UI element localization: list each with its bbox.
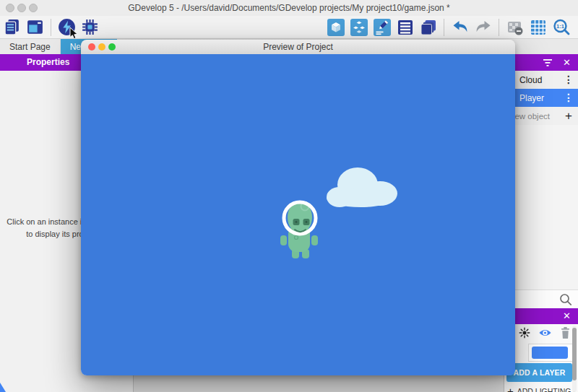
debugger-button[interactable] — [80, 17, 100, 37]
layer-name-field[interactable] — [528, 344, 574, 362]
edit-pencil-icon — [373, 18, 392, 37]
add-object-plus-icon[interactable]: + — [565, 107, 572, 125]
debug-chip-icon — [80, 17, 100, 37]
instances-list-icon — [396, 18, 415, 37]
lighting-toggle-icon[interactable] — [519, 327, 530, 339]
visibility-eye-icon[interactable] — [538, 328, 552, 338]
add-new-object-row[interactable]: new object + — [504, 107, 578, 125]
object-name: Cloud — [519, 75, 542, 85]
instances-list-button[interactable] — [395, 17, 415, 37]
add-lighting-label: ADD LIGHTING LAYER — [517, 387, 578, 392]
delete-layer-trash-icon[interactable] — [560, 326, 571, 339]
properties-panel-title: Properties — [0, 54, 69, 71]
layers-editor-button[interactable] — [418, 17, 438, 37]
toolbar-separator — [444, 19, 444, 36]
window-title: GDevelop 5 - /Users/david/Documents/GDev… — [0, 0, 578, 16]
layers-panel-close-icon[interactable]: ✕ — [563, 308, 571, 324]
preview-titlebar[interactable]: Preview of Project — [81, 40, 515, 55]
objects-list-empty-area — [504, 125, 578, 289]
add-layer-button[interactable]: ADD A LAYER — [506, 363, 572, 382]
project-manager-button[interactable] — [2, 17, 22, 37]
toggle-grid-button[interactable] — [528, 17, 548, 37]
preview-window-title: Preview of Project — [81, 40, 515, 54]
search-icon — [558, 292, 573, 307]
player-sprite — [280, 201, 318, 258]
zoom-1-1-icon: 1:1 — [552, 18, 571, 37]
undo-button[interactable] — [450, 17, 470, 37]
add-lighting-plus-icon: + — [507, 385, 514, 392]
svg-text:1:1: 1:1 — [556, 22, 564, 29]
preview-window: Preview of Project — [81, 40, 515, 375]
objects-panel-header: ✕ — [504, 54, 578, 71]
object-groups-icon — [350, 18, 368, 37]
object-row-cloud[interactable]: Cloud ⋮ — [504, 71, 578, 89]
redo-button[interactable] — [473, 17, 493, 37]
project-manager-icon — [2, 17, 22, 37]
layers-panel-header: ✕ — [504, 308, 578, 324]
object-menu-icon[interactable]: ⋮ — [564, 71, 574, 89]
render-mask-icon — [506, 18, 525, 37]
new-object-label: new object — [510, 112, 550, 121]
layers-panel: ✕ ADD A LAYER + ADD LIGHTING LAYE — [504, 308, 578, 392]
toolbar-separator — [499, 19, 499, 36]
layer-field-selection — [532, 347, 568, 359]
add-object-button[interactable] — [326, 17, 345, 37]
tab-start-page[interactable]: Start Page — [0, 39, 61, 55]
start-preview-button[interactable] — [57, 17, 77, 37]
layers-scrollbar-thumb[interactable] — [572, 328, 577, 380]
toggle-mask-button[interactable] — [505, 17, 525, 37]
edit-scene-button[interactable] — [372, 17, 392, 37]
object-row-player[interactable]: Player ⋮ — [504, 89, 578, 107]
object-groups-button[interactable] — [349, 17, 368, 37]
game-preview-canvas[interactable] — [81, 54, 515, 375]
main-toolbar: 1:1 — [0, 16, 578, 38]
add-lighting-layer-button[interactable]: + ADD LIGHTING LAYER — [507, 385, 578, 392]
object-menu-icon[interactable]: ⋮ — [564, 89, 574, 107]
scene-editor-button[interactable] — [25, 17, 45, 37]
cloud-sprite — [327, 167, 397, 207]
objects-panel-close-icon[interactable]: ✕ — [563, 54, 571, 71]
objects-search-field[interactable] — [504, 289, 578, 308]
layers-stack-icon — [419, 18, 438, 37]
layers-scrollbar — [572, 326, 577, 392]
zoom-reset-button[interactable]: 1:1 — [551, 17, 571, 37]
toolbar-separator — [51, 19, 51, 36]
object-name: Player — [519, 93, 544, 103]
grid-icon — [529, 18, 548, 37]
objects-panel: ✕ Cloud ⋮ Player ⋮ new object + — [504, 54, 578, 308]
undo-arrow-icon — [451, 18, 470, 37]
scene-editor-icon — [25, 17, 45, 37]
corner-accent — [0, 383, 6, 392]
redo-arrow-icon — [474, 18, 493, 37]
filter-icon[interactable] — [542, 58, 553, 68]
main-titlebar: GDevelop 5 - /Users/david/Documents/GDev… — [0, 0, 578, 17]
object-cube-icon — [327, 18, 345, 37]
